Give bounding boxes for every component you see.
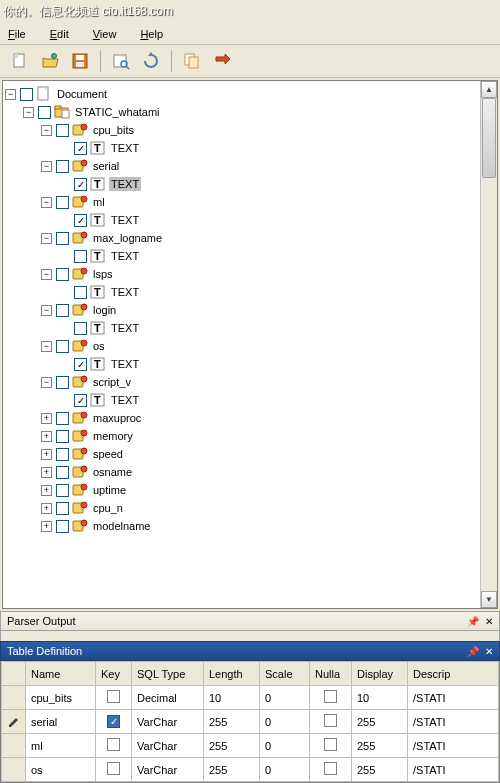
pin-icon[interactable]: 📌	[467, 616, 479, 627]
expand-toggle[interactable]: −	[41, 233, 52, 244]
table-row[interactable]: cpu_bitsDecimal10010/STATI	[2, 686, 499, 710]
col-display[interactable]: Display	[352, 662, 408, 686]
menu-help[interactable]: Help	[140, 28, 163, 40]
table-definition-header[interactable]: Table Definition 📌✕	[0, 641, 500, 661]
cell-sqltype[interactable]: VarChar	[132, 734, 204, 758]
cell-key[interactable]	[96, 686, 132, 710]
expand-toggle[interactable]: −	[41, 341, 52, 352]
cell-sqltype[interactable]: VarChar	[132, 758, 204, 782]
cell-display[interactable]: 255	[352, 758, 408, 782]
tree-node[interactable]: TTEXT	[5, 319, 495, 337]
menu-edit[interactable]: Edit	[50, 28, 69, 40]
checkbox[interactable]	[56, 268, 69, 281]
cell-sqltype[interactable]: Decimal	[132, 686, 204, 710]
cell-length[interactable]: 10	[204, 686, 260, 710]
checkbox[interactable]	[56, 412, 69, 425]
cell-descrip[interactable]: /STATI	[408, 686, 499, 710]
checkbox[interactable]	[56, 124, 69, 137]
tree-node[interactable]: −script_v	[5, 373, 495, 391]
cell-display[interactable]: 255	[352, 734, 408, 758]
checkbox[interactable]	[56, 484, 69, 497]
preview-icon[interactable]	[109, 49, 133, 73]
checkbox[interactable]	[56, 466, 69, 479]
close-icon[interactable]: ✕	[485, 616, 493, 627]
cell-scale[interactable]: 0	[260, 734, 310, 758]
checkbox[interactable]	[56, 520, 69, 533]
table-row[interactable]: serial✓VarChar2550255/STATI	[2, 710, 499, 734]
tree-node[interactable]: +osname	[5, 463, 495, 481]
close-icon[interactable]: ✕	[485, 646, 493, 657]
expand-toggle[interactable]: −	[41, 305, 52, 316]
tree-node[interactable]: ✓TTEXT	[5, 391, 495, 409]
checkbox[interactable]	[56, 160, 69, 173]
col-sqltype[interactable]: SQL Type	[132, 662, 204, 686]
checkbox[interactable]: ✓	[74, 142, 87, 155]
copy-icon[interactable]	[180, 49, 204, 73]
cell-nulla[interactable]	[310, 686, 352, 710]
cell-name[interactable]: cpu_bits	[26, 686, 96, 710]
cell-length[interactable]: 255	[204, 710, 260, 734]
tree-node[interactable]: −cpu_bits	[5, 121, 495, 139]
tree-node[interactable]: ✓TTEXT	[5, 211, 495, 229]
checkbox[interactable]	[56, 340, 69, 353]
cell-nulla[interactable]	[310, 758, 352, 782]
cell-scale[interactable]: 0	[260, 686, 310, 710]
col-descrip[interactable]: Descrip	[408, 662, 499, 686]
tree-node[interactable]: −max_logname	[5, 229, 495, 247]
cell-name[interactable]: ml	[26, 734, 96, 758]
checkbox[interactable]	[56, 430, 69, 443]
tree-node[interactable]: TTEXT	[5, 283, 495, 301]
tree-node[interactable]: −serial	[5, 157, 495, 175]
scroll-thumb[interactable]	[482, 98, 496, 178]
expand-toggle[interactable]: +	[41, 485, 52, 496]
col-length[interactable]: Length	[204, 662, 260, 686]
expand-toggle[interactable]: +	[41, 521, 52, 532]
parser-output-header[interactable]: Parser Output 📌✕	[0, 611, 500, 631]
table-row[interactable]: osVarChar2550255/STATI	[2, 758, 499, 782]
cell-key[interactable]	[96, 734, 132, 758]
tree-node[interactable]: −Document	[5, 85, 495, 103]
tree-node[interactable]: +uptime	[5, 481, 495, 499]
cell-length[interactable]: 255	[204, 734, 260, 758]
checkbox[interactable]	[38, 106, 51, 119]
cell-name[interactable]: os	[26, 758, 96, 782]
tree-node[interactable]: ✓TTEXT	[5, 355, 495, 373]
cell-key[interactable]: ✓	[96, 710, 132, 734]
scroll-down-icon[interactable]: ▼	[481, 591, 497, 608]
menu-file[interactable]: File	[8, 28, 26, 40]
cell-key[interactable]	[96, 758, 132, 782]
checkbox[interactable]	[74, 322, 87, 335]
checkbox[interactable]: ✓	[74, 358, 87, 371]
expand-toggle[interactable]: −	[5, 89, 16, 100]
new-icon[interactable]	[8, 49, 32, 73]
checkbox[interactable]	[74, 286, 87, 299]
scroll-up-icon[interactable]: ▲	[481, 81, 497, 98]
checkbox[interactable]	[56, 232, 69, 245]
tree-node[interactable]: −login	[5, 301, 495, 319]
cell-length[interactable]: 255	[204, 758, 260, 782]
expand-toggle[interactable]: +	[41, 449, 52, 460]
expand-toggle[interactable]: −	[23, 107, 34, 118]
expand-toggle[interactable]: +	[41, 503, 52, 514]
cell-scale[interactable]: 0	[260, 710, 310, 734]
col-key[interactable]: Key	[96, 662, 132, 686]
cell-name[interactable]: serial	[26, 710, 96, 734]
checkbox[interactable]	[56, 196, 69, 209]
checkbox[interactable]	[74, 250, 87, 263]
col-scale[interactable]: Scale	[260, 662, 310, 686]
expand-toggle[interactable]: −	[41, 161, 52, 172]
cell-nulla[interactable]	[310, 734, 352, 758]
tree-node[interactable]: +speed	[5, 445, 495, 463]
tree-node[interactable]: TTEXT	[5, 247, 495, 265]
pin-icon[interactable]: 📌	[467, 646, 479, 657]
table-definition-grid[interactable]: Name Key SQL Type Length Scale Nulla Dis…	[0, 661, 500, 783]
checkbox[interactable]	[56, 502, 69, 515]
vertical-scrollbar[interactable]: ▲ ▼	[480, 81, 497, 608]
tree-node[interactable]: −ml	[5, 193, 495, 211]
tree-view[interactable]: −Document−STATIC_whatami−cpu_bits✓TTEXT−…	[2, 80, 498, 609]
cell-sqltype[interactable]: VarChar	[132, 710, 204, 734]
cell-display[interactable]: 10	[352, 686, 408, 710]
tree-node[interactable]: +cpu_n	[5, 499, 495, 517]
cell-descrip[interactable]: /STATI	[408, 734, 499, 758]
arrow-icon[interactable]	[210, 49, 234, 73]
